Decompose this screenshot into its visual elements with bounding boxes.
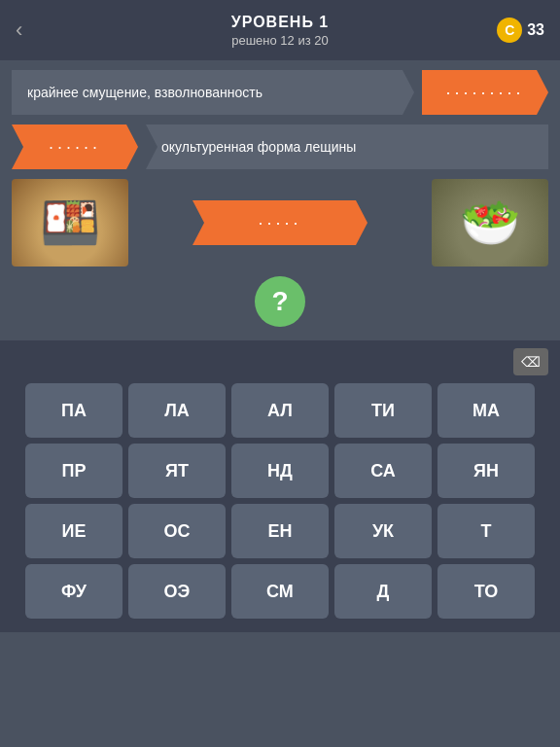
answer-box-center[interactable]: ····· bbox=[192, 200, 368, 245]
header: ‹ УРОВЕНЬ 1 решено 12 из 20 C 33 bbox=[0, 0, 560, 60]
key-УК[interactable]: УК bbox=[334, 504, 432, 558]
back-button[interactable]: ‹ bbox=[16, 18, 22, 43]
key-Т[interactable]: Т bbox=[438, 504, 535, 558]
image-row: ····· bbox=[12, 179, 548, 267]
key-ПР[interactable]: ПР bbox=[25, 444, 122, 498]
clue-row-2: ······ окультуренная форма лещины bbox=[12, 124, 548, 169]
key-ЛА[interactable]: ЛА bbox=[128, 383, 226, 438]
clue-row-1: крайнее смущение, взволнованность ······… bbox=[12, 70, 548, 115]
game-area: крайнее смущение, взволнованность ······… bbox=[0, 60, 560, 340]
key-ОЭ[interactable]: ОЭ bbox=[128, 564, 226, 619]
keyboard-row-3: ФУОЭСМДТО bbox=[8, 564, 552, 619]
header-center: УРОВЕНЬ 1 решено 12 из 20 bbox=[231, 14, 329, 48]
key-ЯТ[interactable]: ЯТ bbox=[128, 444, 226, 498]
key-СМ[interactable]: СМ bbox=[231, 564, 329, 619]
keyboard-row-2: ИЕОСЕНУКТ bbox=[8, 504, 552, 558]
coin-icon: C bbox=[497, 18, 522, 43]
answer-box-1[interactable]: ········· bbox=[422, 70, 548, 115]
key-АЛ[interactable]: АЛ bbox=[231, 383, 329, 438]
coin-count: 33 bbox=[527, 21, 544, 39]
key-ОС[interactable]: ОС bbox=[128, 504, 226, 558]
key-ТИ[interactable]: ТИ bbox=[334, 383, 432, 438]
food-image-2 bbox=[432, 179, 548, 267]
key-ИЕ[interactable]: ИЕ bbox=[25, 504, 122, 558]
key-ЯН[interactable]: ЯН bbox=[438, 444, 535, 498]
input-area: ⌫ bbox=[0, 340, 560, 379]
key-МА[interactable]: МА bbox=[438, 383, 535, 438]
hint-button[interactable]: ? bbox=[255, 276, 305, 327]
question-row: ? bbox=[12, 276, 548, 327]
keyboard: ПАЛААЛТИМА ПРЯТНДСАЯН ИЕОСЕНУКТ ФУОЭСМДТ… bbox=[0, 379, 560, 632]
answer-box-2[interactable]: ······ bbox=[12, 124, 138, 169]
key-ФУ[interactable]: ФУ bbox=[25, 564, 122, 619]
level-title: УРОВЕНЬ 1 bbox=[231, 14, 329, 31]
key-НД[interactable]: НД bbox=[231, 444, 329, 498]
progress-text: решено 12 из 20 bbox=[231, 33, 329, 48]
food-image-1 bbox=[12, 179, 128, 267]
keyboard-row-0: ПАЛААЛТИМА bbox=[8, 383, 552, 438]
coins-badge: C 33 bbox=[497, 18, 544, 43]
key-ПА[interactable]: ПА bbox=[25, 383, 122, 438]
key-ТО[interactable]: ТО bbox=[438, 564, 535, 619]
key-Д[interactable]: Д bbox=[334, 564, 432, 619]
key-СА[interactable]: СА bbox=[334, 444, 432, 498]
delete-button[interactable]: ⌫ bbox=[513, 348, 548, 375]
clue-text-2: окультуренная форма лещины bbox=[146, 124, 548, 169]
keyboard-row-1: ПРЯТНДСАЯН bbox=[8, 444, 552, 498]
clue-text-1: крайнее смущение, взволнованность bbox=[12, 70, 414, 115]
key-ЕН[interactable]: ЕН bbox=[231, 504, 329, 558]
